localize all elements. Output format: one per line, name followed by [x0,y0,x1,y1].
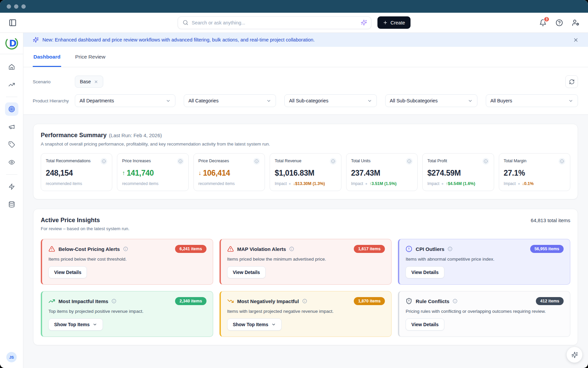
search-bar[interactable] [178,16,372,29]
window-control-dot[interactable] [21,4,26,9]
info-icon[interactable] [253,158,260,165]
insight-description: Items priced below their cost threshold. [48,257,206,262]
info-icon[interactable] [177,158,184,165]
home-icon [8,64,15,70]
sparkle-icon [33,37,39,43]
dashboard-content: Performance Summary (Last Run: Feb 4, 20… [23,115,588,368]
trending-up-icon [48,298,55,304]
view-details-button[interactable]: View Details [227,266,266,278]
impact-label: Impact [351,181,363,186]
stat-label: Total Profit [427,158,447,164]
megaphone-icon [8,123,15,130]
info-icon[interactable] [289,247,294,251]
filter-select[interactable]: All Buyers [486,94,578,107]
notifications-button[interactable]: 3 [539,19,547,26]
app-logo[interactable]: D [5,36,19,50]
ai-assistant-button[interactable] [567,347,582,363]
info-icon[interactable] [101,158,107,165]
view-details-button[interactable]: View Details [406,266,444,278]
filter-select[interactable]: All Categories [184,94,276,107]
stat-label: Total Margin [504,158,527,164]
logo-letter: D [9,38,17,49]
sidebar-item-home[interactable] [5,60,18,74]
sidebar-item-zap[interactable] [5,180,18,193]
sidebar-item-tag[interactable] [5,138,18,151]
info-icon[interactable] [448,247,452,251]
chevron-down-icon [468,98,473,103]
sidebar-item-database[interactable] [5,198,18,211]
chevron-down-icon [266,98,271,103]
stat-card: Total Recommendations 248,154 recommende… [41,153,112,191]
window-control-dot[interactable] [14,4,18,9]
create-button[interactable]: Create [378,16,411,29]
insight-description: Top items by projected positive revenue … [48,309,206,314]
info-icon[interactable] [482,158,489,165]
tab-price-review[interactable]: Price Review [75,47,106,67]
user-avatar[interactable]: JS [6,352,17,362]
sidebar-toggle-icon[interactable] [9,19,17,27]
user-settings-button[interactable] [572,19,579,26]
stat-value: 27.1% [504,169,565,178]
total-items-count: 64,813 total items [531,217,570,223]
performance-summary-description: A snapshot of overall pricing performanc… [41,142,570,147]
info-icon[interactable] [330,158,336,165]
insight-description: Items with largest projected negative re… [227,309,385,314]
close-icon[interactable] [573,37,579,43]
divider [0,54,23,54]
view-details-button[interactable]: View Details [406,318,444,331]
insight-title: Most Impactful Items [58,298,108,304]
search-input[interactable] [192,20,357,25]
filter-select-value: All Departments [80,98,114,103]
insights-title: Active Price Insights [41,217,100,224]
scenario-label: Scenario [33,79,75,84]
stat-value: $1,016.83M [275,169,336,178]
target-icon [8,106,15,112]
filter-select[interactable]: All Sub-categories [284,94,377,107]
show-top-items-button[interactable]: Show Top Items [48,318,103,331]
filter-select-value: All Sub-Subcategories [390,98,438,103]
info-icon[interactable] [453,299,457,303]
item-count-badge: 2,340 items [175,297,206,305]
divider [6,97,17,97]
show-top-items-button[interactable]: Show Top Items [227,318,282,331]
chevron-down-icon [166,98,171,103]
filter-select[interactable]: All Sub-Subcategories [385,94,477,107]
info-icon[interactable] [302,299,307,303]
insight-title: Most Negatively Impactful [237,298,299,304]
search-group: Create [178,16,411,29]
window-control-dot[interactable] [7,4,11,9]
info-icon[interactable] [112,299,116,303]
sidebar-item-target[interactable] [5,102,18,116]
filter-select[interactable]: All Departments [75,94,175,107]
ai-sparkle-icon[interactable] [361,19,367,26]
scenario-chip[interactable]: Base [75,76,103,88]
info-icon[interactable] [123,247,128,251]
item-count-badge: 412 items [536,297,564,305]
insight-card: CPI Outliers 56,955 items Items with abn… [398,239,570,285]
help-button[interactable] [556,19,563,26]
app-header: Create 3 [0,13,588,33]
sidebar-item-eye[interactable] [5,156,18,169]
stat-card: Total Margin 27.1% Impact ↓0.1% [499,153,570,191]
sidebar-item-megaphone[interactable] [5,120,18,133]
alert-circle-icon [406,246,412,252]
tab-dashboard[interactable]: Dashboard [33,47,61,67]
trending-down-icon [227,298,234,304]
performance-summary-title: Performance Summary [41,132,107,139]
create-button-label: Create [391,20,405,25]
sidebar-nav [5,60,18,211]
filter-block: Scenario Base Product Hierarchy All Depa… [23,67,588,115]
sidebar-item-trending-up[interactable] [5,78,18,91]
info-icon[interactable] [559,158,565,165]
item-count-badge: 6,241 items [175,245,206,253]
trending-up-icon [8,81,15,88]
view-details-button[interactable]: View Details [48,266,87,278]
remove-scenario-icon[interactable] [94,80,98,84]
insight-card: Most Impactful Items 2,340 items Top ite… [41,291,213,337]
info-icon[interactable] [406,158,413,165]
refresh-icon [569,79,575,85]
sparkles-icon [571,352,578,358]
filter-select-value: All Buyers [490,98,512,103]
refresh-button[interactable] [565,75,578,88]
insight-title: MAP Violation Alerts [237,246,286,252]
